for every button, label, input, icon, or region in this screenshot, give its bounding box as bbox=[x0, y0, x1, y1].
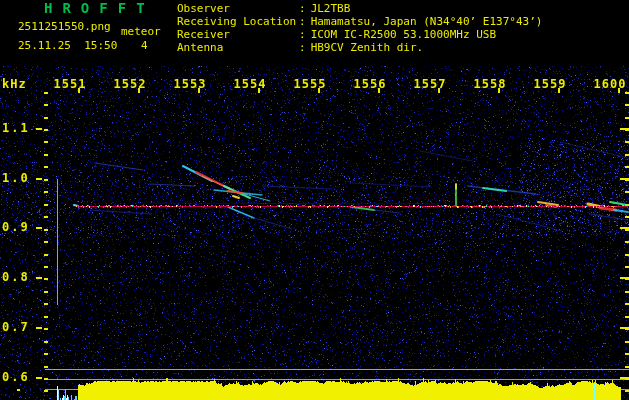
header-field-value: Hamamatsu, Japan (N34°40’ E137°43’) bbox=[311, 15, 543, 28]
time-tick-label: 1600 bbox=[592, 77, 628, 91]
time-tick-label: 1551 bbox=[52, 77, 88, 91]
time-tick-label: 1559 bbox=[532, 77, 568, 91]
header-field-row: Receiver:ICOM IC-R2500 53.1000MHz USB bbox=[177, 28, 496, 41]
time-tick-label: 1557 bbox=[412, 77, 448, 91]
header-field-row: Receiving Location:Hamamatsu, Japan (N34… bbox=[177, 15, 542, 28]
datetime-label: 25.11.25 15:50 bbox=[18, 39, 117, 52]
time-tick-label: 1558 bbox=[472, 77, 508, 91]
header-field-value: HB9CV Zenith dir. bbox=[311, 41, 424, 54]
header-field-label: Receiver bbox=[177, 28, 299, 41]
time-tick-label: 1556 bbox=[352, 77, 388, 91]
freq-tick-label: 0.9 bbox=[2, 220, 36, 234]
header-field-row: Antenna:HB9CV Zenith dir. bbox=[177, 41, 423, 54]
header-field-value: ICOM IC-R2500 53.1000MHz USB bbox=[311, 28, 496, 41]
time-tick-label: 1555 bbox=[292, 77, 328, 91]
header-field-row: Observer:JL2TBB bbox=[177, 2, 350, 15]
time-tick-label: 1552 bbox=[112, 77, 148, 91]
header-field-label: Receiving Location bbox=[177, 15, 299, 28]
header-field-separator: : bbox=[299, 28, 306, 41]
hrofft-screen: HROFFT 2511251550.png meteor 25.11.25 15… bbox=[0, 0, 629, 400]
header-field-value: JL2TBB bbox=[311, 2, 351, 15]
freq-tick-label: 0.6 bbox=[2, 370, 36, 384]
spectrogram-canvas bbox=[0, 0, 629, 400]
meteor-count: 4 bbox=[141, 39, 148, 52]
freq-tick-label: 1.1 bbox=[2, 121, 36, 135]
header-field-separator: : bbox=[299, 41, 306, 54]
header-field-separator: : bbox=[299, 15, 306, 28]
header-field-separator: : bbox=[299, 2, 306, 15]
mode-label: meteor bbox=[121, 25, 161, 38]
header-field-label: Observer bbox=[177, 2, 299, 15]
freq-tick-label: 0.7 bbox=[2, 320, 36, 334]
app-title: HROFFT bbox=[44, 0, 155, 16]
time-tick-label: 1553 bbox=[172, 77, 208, 91]
header-field-label: Antenna bbox=[177, 41, 299, 54]
time-tick-label: 1554 bbox=[232, 77, 268, 91]
freq-tick-label: 1.0 bbox=[2, 171, 36, 185]
freq-axis-unit: kHz bbox=[2, 77, 27, 91]
freq-tick-label: 0.8 bbox=[2, 270, 36, 284]
file-name: 2511251550.png bbox=[18, 20, 111, 33]
